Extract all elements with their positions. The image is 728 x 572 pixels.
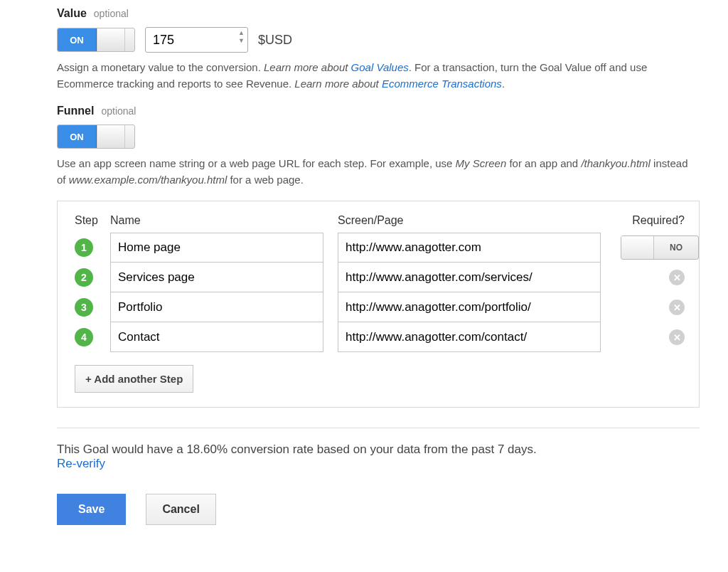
delete-step-icon[interactable]: ✕ <box>669 270 685 285</box>
funnel-help-end: for a web page. <box>227 174 304 186</box>
step-action-cell: NO <box>601 235 699 260</box>
funnel-ex3: www.example.com/thankyou.html <box>69 174 228 186</box>
step-page-input[interactable] <box>338 263 601 292</box>
step-name-cell <box>110 263 323 292</box>
verify-block: This Goal would have a 18.60% conversion… <box>57 443 700 471</box>
step-badge: 1 <box>75 238 110 257</box>
step-badge: 4 <box>75 328 110 346</box>
chevron-up-icon: ▲ <box>238 30 245 36</box>
funnel-label: Funnel <box>57 105 94 117</box>
funnel-help-text: Use an app screen name string or a web p… <box>57 156 700 188</box>
step-name-input[interactable] <box>110 263 323 292</box>
step-number-icon: 3 <box>75 298 93 317</box>
value-optional: optional <box>94 8 129 19</box>
value-label: Value <box>57 7 87 20</box>
toggle-knob-icon <box>97 125 125 148</box>
step-number-icon: 2 <box>75 268 93 287</box>
step-number-icon: 4 <box>75 328 93 346</box>
delete-step-icon[interactable]: ✕ <box>669 329 685 345</box>
ecommerce-transactions-link[interactable]: Ecommerce Transactions <box>382 78 502 90</box>
col-page: Screen/Page <box>338 214 601 233</box>
step-badge: 3 <box>75 298 110 317</box>
step-page-cell <box>338 233 601 263</box>
delete-step-icon[interactable]: ✕ <box>669 300 685 315</box>
value-header: Value optional <box>57 7 700 20</box>
funnel-header: Funnel optional <box>57 105 700 117</box>
value-currency-label: $USD <box>258 33 292 48</box>
value-help-pre: Assign a monetary value to the conversio… <box>57 61 264 73</box>
value-amount-wrapper: ▲ ▼ <box>145 27 248 53</box>
value-toggle-on-label: ON <box>58 28 97 51</box>
goal-values-link[interactable]: Goal Values <box>351 61 409 73</box>
step-name-cell <box>110 292 323 322</box>
stepper-arrows-icon[interactable]: ▲ ▼ <box>238 30 245 44</box>
value-help-end: . <box>502 78 505 90</box>
funnel-ex1: My Screen <box>456 157 507 169</box>
col-required: Required? <box>601 214 685 233</box>
value-toggle[interactable]: ON <box>57 28 135 52</box>
value-controls: ON ▲ ▼ $USD <box>57 27 700 53</box>
step-badge: 2 <box>75 268 110 287</box>
funnel-steps-table: Step Name Screen/Page Required? 1NO2✕3✕4… <box>75 214 685 352</box>
funnel-toggle-on-label: ON <box>58 125 97 148</box>
value-help-text: Assign a monetary value to the conversio… <box>57 60 700 92</box>
step-page-cell <box>338 322 601 352</box>
cancel-button[interactable]: Cancel <box>146 494 215 525</box>
step-page-input[interactable] <box>338 233 601 263</box>
actions-row: Save Cancel <box>57 494 700 525</box>
funnel-help-mid: for an app and <box>506 157 581 169</box>
required-no-label: NO <box>654 236 698 259</box>
step-name-input[interactable] <box>110 322 323 352</box>
toggle-knob-icon <box>621 236 654 259</box>
step-name-cell <box>110 233 323 263</box>
funnel-ex2: /thankyou.html <box>581 157 651 169</box>
save-button[interactable]: Save <box>57 494 126 525</box>
step-name-input[interactable] <box>110 233 323 263</box>
col-step: Step <box>75 214 110 233</box>
step-action-cell: ✕ <box>601 270 685 285</box>
col-name: Name <box>110 214 323 233</box>
step-page-cell <box>338 292 601 322</box>
step-action-cell: ✕ <box>601 329 685 345</box>
funnel-controls: ON <box>57 125 700 149</box>
chevron-down-icon: ▼ <box>238 38 245 44</box>
funnel-steps-box: Step Name Screen/Page Required? 1NO2✕3✕4… <box>57 201 700 408</box>
step-page-input[interactable] <box>338 322 601 352</box>
value-help-learn: Learn more about <box>264 61 351 73</box>
step-page-input[interactable] <box>338 292 601 322</box>
value-amount-input[interactable] <box>146 28 247 52</box>
step-number-icon: 1 <box>75 238 93 257</box>
step-action-cell: ✕ <box>601 300 685 315</box>
required-toggle[interactable]: NO <box>621 235 699 260</box>
step-name-input[interactable] <box>110 292 323 322</box>
funnel-help-pre: Use an app screen name string or a web p… <box>57 157 456 169</box>
divider <box>57 428 700 428</box>
step-name-cell <box>110 322 323 352</box>
toggle-knob-icon <box>97 28 125 51</box>
add-step-button[interactable]: + Add another Step <box>75 365 193 393</box>
funnel-toggle[interactable]: ON <box>57 125 135 149</box>
reverify-link[interactable]: Re-verify <box>57 457 700 471</box>
verify-text: This Goal would have a 18.60% conversion… <box>57 443 700 457</box>
step-page-cell <box>338 263 601 292</box>
funnel-optional: optional <box>101 105 136 117</box>
value-help-learn-ecom: Learn more about <box>294 78 382 90</box>
